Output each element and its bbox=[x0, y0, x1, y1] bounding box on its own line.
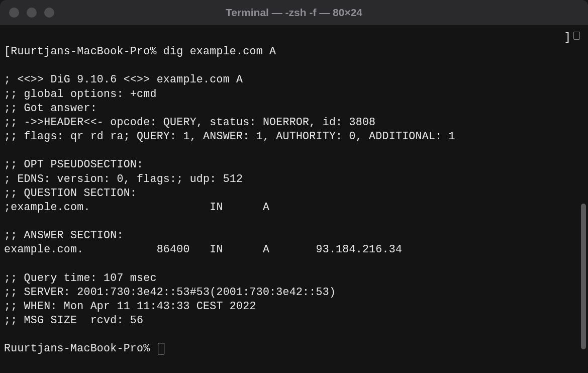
terminal-prompt-line: Ruurtjans-MacBook-Pro% bbox=[4, 341, 584, 355]
terminal-line bbox=[4, 257, 584, 271]
terminal-line: ;; WHEN: Mon Apr 11 11:43:33 CEST 2022 bbox=[4, 299, 584, 313]
terminal-line: ;; QUESTION SECTION: bbox=[4, 186, 584, 200]
window-title: Terminal — -zsh -f — 80×24 bbox=[0, 7, 588, 19]
minimize-button[interactable] bbox=[27, 8, 37, 18]
terminal-line bbox=[4, 327, 584, 341]
terminal-line bbox=[4, 143, 584, 157]
terminal-line: ;; flags: qr rd ra; QUERY: 1, ANSWER: 1,… bbox=[4, 129, 584, 143]
zoom-button[interactable] bbox=[44, 8, 54, 18]
terminal-line: example.com. 86400 IN A 93.184.216.34 bbox=[4, 242, 584, 256]
terminal-line: ;example.com. IN A bbox=[4, 200, 584, 214]
terminal-line: ;; OPT PSEUDOSECTION: bbox=[4, 157, 584, 171]
close-button[interactable] bbox=[9, 8, 19, 18]
terminal-line: ; EDNS: version: 0, flags:; udp: 512 bbox=[4, 172, 584, 186]
terminal-line: [Ruurtjans-MacBook-Pro% dig example.com … bbox=[4, 44, 584, 58]
scrollbar-track[interactable] bbox=[581, 28, 586, 349]
terminal-line: ;; MSG SIZE rcvd: 56 bbox=[4, 313, 584, 327]
cursor-icon bbox=[158, 343, 164, 355]
terminal-line: ;; SERVER: 2001:730:3e42::53#53(2001:730… bbox=[4, 285, 584, 299]
terminal-line: ;; ANSWER SECTION: bbox=[4, 228, 584, 242]
scrollbar-thumb[interactable] bbox=[581, 204, 586, 349]
terminal-line bbox=[4, 58, 584, 72]
titlebar: Terminal — -zsh -f — 80×24 bbox=[0, 0, 588, 25]
traffic-lights bbox=[0, 8, 54, 18]
terminal-line: ;; global options: +cmd bbox=[4, 87, 584, 101]
terminal-line: ;; ->>HEADER<<- opcode: QUERY, status: N… bbox=[4, 115, 584, 129]
terminal-line: ;; Got answer: bbox=[4, 101, 584, 115]
right-bracket-glyph: ] bbox=[564, 30, 571, 44]
terminal-line bbox=[4, 214, 584, 228]
scroll-indicator-icon bbox=[573, 32, 580, 40]
terminal-line: ;; Query time: 107 msec bbox=[4, 271, 584, 285]
terminal-window: Terminal — -zsh -f — 80×24 ][Ruurtjans-M… bbox=[0, 0, 588, 373]
terminal-line: ; <<>> DiG 9.10.6 <<>> example.com A bbox=[4, 72, 584, 86]
prompt-text: Ruurtjans-MacBook-Pro% bbox=[4, 342, 157, 354]
terminal-content[interactable]: ][Ruurtjans-MacBook-Pro% dig example.com… bbox=[0, 25, 588, 373]
